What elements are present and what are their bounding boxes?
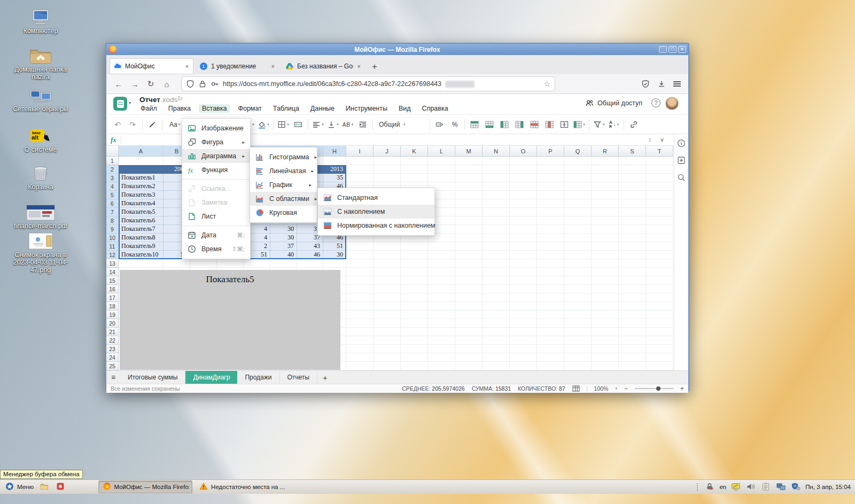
cell-P10[interactable] <box>537 234 564 242</box>
cell-S21[interactable] <box>619 328 646 336</box>
sheet-tab-2[interactable]: ДинамДиагр <box>185 371 237 384</box>
cell-R3[interactable] <box>592 174 619 182</box>
cell-L21[interactable] <box>428 328 455 336</box>
cell-O14[interactable] <box>510 268 537 276</box>
cell-S7[interactable] <box>619 208 646 216</box>
cell-M18[interactable] <box>455 302 483 311</box>
cell-J19[interactable] <box>374 311 401 319</box>
cell-R23[interactable] <box>592 345 619 353</box>
cell-R11[interactable] <box>592 242 619 251</box>
window-titlebar[interactable]: МойОфис — Mozilla Firefox _ □ × <box>106 44 688 55</box>
insert-column-right-button[interactable] <box>512 118 526 131</box>
cell-T10[interactable] <box>646 234 673 242</box>
home-icon[interactable]: ⌂ <box>159 80 175 89</box>
cell-M5[interactable] <box>455 191 483 199</box>
zoom-slider-handle[interactable] <box>656 386 660 391</box>
column-header-S[interactable]: S <box>619 146 646 157</box>
cell-L2[interactable] <box>428 165 455 174</box>
cell-T14[interactable] <box>646 268 673 276</box>
info-icon[interactable] <box>677 139 686 148</box>
cell-K18[interactable] <box>401 302 428 311</box>
cell-R12[interactable] <box>592 251 619 259</box>
row-header-21[interactable]: 21 <box>106 328 119 336</box>
sheet-view-icon[interactable] <box>572 385 580 392</box>
cell-G13[interactable] <box>297 259 323 268</box>
chart-menu-item-histogram[interactable]: Гистограмма▸ <box>250 150 317 164</box>
cell-I24[interactable] <box>346 353 374 362</box>
cell-H3[interactable]: 35 <box>323 174 346 182</box>
align-vertical-button[interactable]: ▾ <box>326 118 340 131</box>
borders-button[interactable]: ▾ <box>276 118 290 131</box>
cell-S3[interactable] <box>619 174 646 182</box>
insert-menu-item-shape[interactable]: Фигура▸ <box>182 135 250 149</box>
cell-R15[interactable] <box>592 276 619 285</box>
cell-Q17[interactable] <box>564 293 592 302</box>
cell-J18[interactable] <box>374 302 401 311</box>
cell-L17[interactable] <box>428 293 455 302</box>
app-menu-данные[interactable]: Данные <box>307 104 338 113</box>
app-menu-файл[interactable]: Файл <box>137 104 160 113</box>
cell-I25[interactable] <box>346 362 374 370</box>
cell-D13[interactable] <box>217 259 244 268</box>
zoom-level[interactable]: 100% <box>594 385 609 392</box>
cell-N17[interactable] <box>483 293 510 302</box>
cell-J2[interactable] <box>374 165 401 174</box>
cell-A7[interactable]: Показатель5 <box>119 208 164 216</box>
cell-N25[interactable] <box>483 362 510 370</box>
cell-size-button[interactable] <box>557 118 571 131</box>
cell-A11[interactable]: Показатель9 <box>119 242 164 251</box>
cell-S25[interactable] <box>619 362 646 370</box>
chart-menu-item-bar-chart[interactable]: Линейчатая▸ <box>250 164 317 178</box>
cell-S18[interactable] <box>619 302 646 311</box>
cell-K1[interactable] <box>401 157 428 165</box>
cell-M16[interactable] <box>455 285 483 293</box>
cell-G12[interactable]: 46 <box>297 251 323 259</box>
cell-O19[interactable] <box>510 311 537 319</box>
cell-M9[interactable] <box>455 225 483 234</box>
https-lock-icon[interactable] <box>198 80 207 88</box>
cell-I15[interactable] <box>346 276 374 285</box>
cell-M25[interactable] <box>455 362 483 370</box>
indent-button[interactable] <box>356 118 370 131</box>
cell-H11[interactable]: 51 <box>323 242 346 251</box>
cell-M3[interactable] <box>455 174 483 182</box>
cell-P15[interactable] <box>537 276 564 285</box>
cell-N24[interactable] <box>483 353 510 362</box>
cell-S20[interactable] <box>619 319 646 328</box>
cell-M1[interactable] <box>455 157 483 165</box>
cell-O18[interactable] <box>510 302 537 311</box>
cell-Q22[interactable] <box>564 336 592 345</box>
cell-K17[interactable] <box>401 293 428 302</box>
chart-menu-item-area-chart[interactable]: С областями▸ <box>250 192 317 206</box>
cell-P18[interactable] <box>537 302 564 311</box>
cell-T20[interactable] <box>646 319 673 328</box>
column-header-K[interactable]: K <box>401 146 428 157</box>
cell-K22[interactable] <box>401 336 428 345</box>
cell-Q15[interactable] <box>564 276 592 285</box>
cell-M23[interactable] <box>455 345 483 353</box>
cell-R22[interactable] <box>592 336 619 345</box>
insert-link-button[interactable] <box>627 118 641 131</box>
cell-I23[interactable] <box>346 345 374 353</box>
cell-N6[interactable] <box>483 199 510 208</box>
cell-K19[interactable] <box>401 311 428 319</box>
cell-L16[interactable] <box>428 285 455 293</box>
reload-icon[interactable]: ↻ <box>143 79 159 89</box>
cell-O16[interactable] <box>510 285 537 293</box>
expand-formula-bar-icon[interactable]: ↕ <box>648 136 651 143</box>
disk-space-warning[interactable]: Недостаточно места на ... <box>196 481 287 493</box>
cell-L24[interactable] <box>428 353 455 362</box>
browser-tab-2[interactable]: 11 уведомление× <box>196 58 279 74</box>
back-icon[interactable]: ← <box>111 80 127 89</box>
row-header-6[interactable]: 6 <box>106 199 119 208</box>
tab-close-icon[interactable]: × <box>356 63 362 69</box>
cell-Q25[interactable] <box>564 362 592 370</box>
cell-L1[interactable] <box>428 157 455 165</box>
cell-O12[interactable] <box>510 251 537 259</box>
insert-menu-item-chart[interactable]: Диаграмма▸ <box>182 149 250 163</box>
cell-I13[interactable] <box>346 259 374 268</box>
column-header-A[interactable]: A <box>119 146 164 157</box>
help-icon[interactable]: ? <box>651 98 660 107</box>
cell-N19[interactable] <box>483 311 510 319</box>
cell-N21[interactable] <box>483 328 510 336</box>
